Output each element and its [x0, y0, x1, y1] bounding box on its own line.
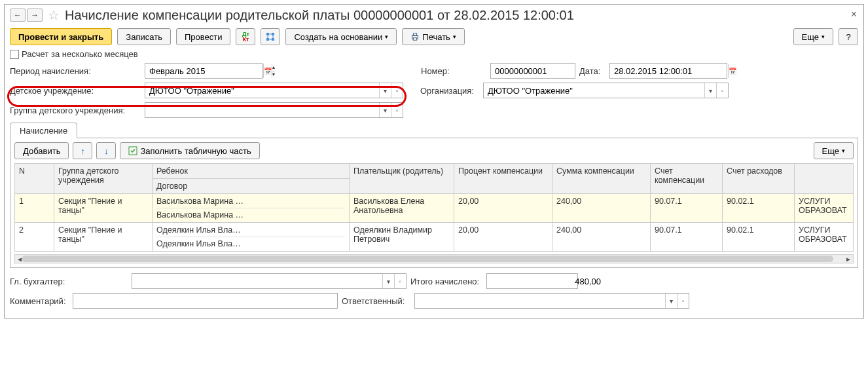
nav-forward-button[interactable]: →	[27, 9, 43, 22]
date-input[interactable]	[610, 64, 728, 78]
col-acc-exp[interactable]: Счет расходов	[723, 164, 795, 194]
tab-accrual[interactable]: Начисление	[10, 123, 77, 138]
svg-rect-1	[272, 33, 274, 35]
structure-button[interactable]	[261, 28, 280, 45]
horizontal-scrollbar[interactable]: ◄ ►	[14, 254, 854, 263]
more-dropdown[interactable]: Еще ▾	[793, 28, 833, 45]
col-payer[interactable]: Плательщик (родитель)	[350, 164, 454, 194]
responsible-field[interactable]: ▾ ▫	[414, 293, 689, 309]
main-toolbar: Провести и закрыть Записать Провести ДтК…	[10, 28, 858, 45]
period-up-icon[interactable]: ▴	[272, 64, 275, 71]
fill-table-button[interactable]: Заполнить табличную часть	[120, 142, 259, 159]
period-down-icon[interactable]: ▾	[272, 71, 275, 79]
page-title: Начисление компенсации родительской плат…	[65, 8, 574, 23]
move-down-button[interactable]: ↓	[96, 142, 116, 159]
number-label: Номер:	[421, 66, 486, 76]
post-and-close-button[interactable]: Провести и закрыть	[10, 28, 112, 45]
scroll-right-icon[interactable]: ►	[844, 255, 853, 263]
organization-dropdown-icon[interactable]: ▾	[704, 83, 716, 98]
group-input[interactable]	[145, 103, 379, 117]
move-up-button[interactable]: ↑	[73, 142, 92, 159]
tab-more-dropdown[interactable]: Еще ▾	[814, 142, 854, 159]
comment-label: Комментарий:	[10, 296, 69, 306]
institution-input[interactable]	[145, 83, 379, 98]
titlebar: ← → ☆ Начисление компенсации родительско…	[10, 7, 858, 23]
period-input[interactable]	[145, 64, 263, 78]
svg-rect-6	[414, 38, 417, 41]
col-group[interactable]: Группа детского учреждения	[54, 164, 153, 194]
period-field[interactable]: 📅 ▴▾	[145, 63, 262, 79]
nav-back-button[interactable]: ←	[10, 9, 26, 22]
group-field[interactable]: ▾ ▫	[145, 102, 403, 118]
institution-field[interactable]: ▾ ▫	[145, 83, 403, 98]
document-window: × ← → ☆ Начисление компенсации родительс…	[4, 4, 864, 318]
svg-rect-5	[414, 33, 417, 36]
accountant-input[interactable]	[132, 274, 382, 288]
organization-field[interactable]: ▾ ▫	[483, 83, 729, 98]
total-label: Итого начислено:	[410, 277, 482, 286]
responsible-label: Ответственный:	[342, 296, 410, 306]
group-open-icon[interactable]: ▫	[391, 103, 403, 117]
add-row-button[interactable]: Добавить	[14, 142, 69, 159]
col-sum[interactable]: Сумма компенсации	[552, 164, 651, 194]
col-child[interactable]: Ребенок	[153, 164, 350, 179]
create-based-dropdown[interactable]: Создать на основании ▾	[285, 28, 397, 45]
save-button[interactable]: Записать	[117, 28, 171, 45]
institution-dropdown-icon[interactable]: ▾	[379, 83, 391, 98]
date-field[interactable]: 📅	[609, 63, 727, 79]
organization-label: Организация:	[420, 86, 479, 96]
accountant-field[interactable]: ▾ ▫	[132, 273, 407, 289]
accountant-dropdown-icon[interactable]: ▾	[382, 274, 394, 288]
svg-rect-3	[272, 38, 274, 41]
favorite-star-icon[interactable]: ☆	[48, 7, 60, 23]
col-acc-comp[interactable]: Счет компенсации	[651, 164, 723, 194]
responsible-input[interactable]	[415, 294, 665, 308]
tabs: Начисление Добавить ↑ ↓ Заполнить таблич…	[10, 122, 858, 268]
institution-label: Детское учреждение:	[10, 86, 141, 96]
date-label: Дата:	[579, 66, 606, 76]
multi-month-checkbox[interactable]: Расчет за несколько месяцев	[10, 49, 138, 59]
number-field[interactable]	[490, 63, 575, 79]
col-extra[interactable]	[795, 164, 854, 194]
group-dropdown-icon[interactable]: ▾	[379, 103, 391, 117]
responsible-open-icon[interactable]: ▫	[677, 294, 689, 308]
comment-input[interactable]	[73, 294, 337, 308]
col-contract[interactable]: Договор	[153, 179, 350, 194]
scroll-thumb[interactable]	[22, 256, 833, 262]
accountant-open-icon[interactable]: ▫	[394, 274, 406, 288]
institution-open-icon[interactable]: ▫	[391, 83, 403, 98]
comment-field[interactable]	[73, 293, 338, 309]
calendar-icon[interactable]: 📅	[263, 64, 272, 78]
table-row[interactable]: 2 Секция "Пение и танцы" Одеялкин Илья В…	[15, 223, 854, 252]
svg-rect-0	[266, 33, 269, 35]
organization-input[interactable]	[484, 83, 704, 98]
table-row[interactable]: 1 Секция "Пение и танцы" Василькова Мари…	[15, 194, 854, 223]
svg-rect-2	[266, 38, 269, 41]
accrual-grid[interactable]: N Группа детского учреждения Ребенок Пла…	[14, 163, 854, 252]
organization-open-icon[interactable]: ▫	[716, 83, 728, 98]
total-input	[487, 274, 605, 288]
print-dropdown[interactable]: Печать ▾	[402, 28, 465, 45]
post-button[interactable]: Провести	[176, 28, 231, 45]
dtkt-button[interactable]: ДтКт	[236, 28, 255, 45]
form-area: Расчет за несколько месяцев Период начис…	[10, 49, 858, 118]
col-percent[interactable]: Процент компенсации	[454, 164, 552, 194]
close-icon[interactable]: ×	[851, 9, 857, 20]
group-label: Группа детского учреждения:	[10, 106, 141, 115]
col-n[interactable]: N	[15, 164, 54, 194]
date-calendar-icon[interactable]: 📅	[728, 64, 736, 78]
help-button[interactable]: ?	[839, 28, 858, 45]
accountant-label: Гл. бухгалтер:	[10, 277, 128, 286]
total-field	[486, 273, 578, 289]
responsible-dropdown-icon[interactable]: ▾	[665, 294, 677, 308]
period-label: Период начисления:	[10, 66, 141, 76]
